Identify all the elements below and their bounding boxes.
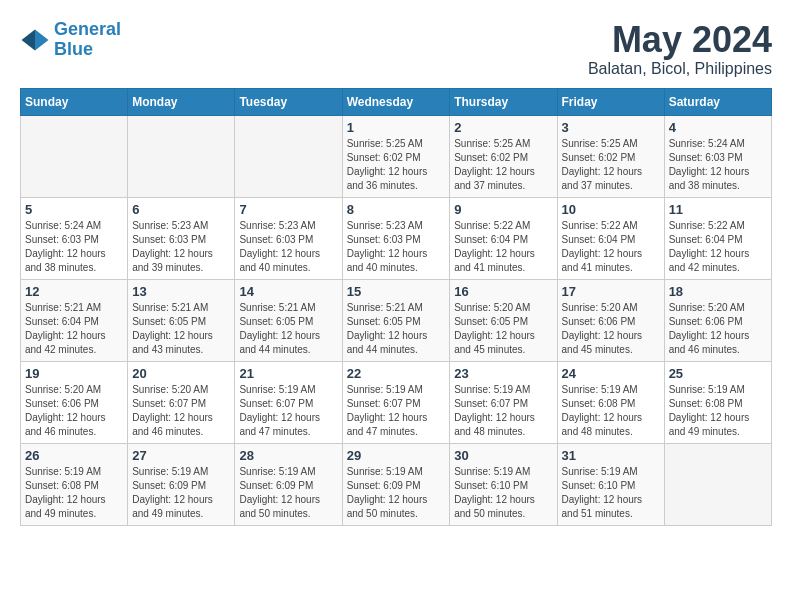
logo-icon [20,28,50,52]
day-info: Sunrise: 5:23 AM Sunset: 6:03 PM Dayligh… [239,219,337,275]
day-number: 16 [454,284,552,299]
day-info: Sunrise: 5:20 AM Sunset: 6:05 PM Dayligh… [454,301,552,357]
calendar-cell: 3Sunrise: 5:25 AM Sunset: 6:02 PM Daylig… [557,115,664,197]
day-info: Sunrise: 5:19 AM Sunset: 6:10 PM Dayligh… [562,465,660,521]
day-number: 13 [132,284,230,299]
calendar-cell: 10Sunrise: 5:22 AM Sunset: 6:04 PM Dayli… [557,197,664,279]
day-info: Sunrise: 5:22 AM Sunset: 6:04 PM Dayligh… [562,219,660,275]
day-info: Sunrise: 5:19 AM Sunset: 6:09 PM Dayligh… [347,465,446,521]
calendar-cell: 13Sunrise: 5:21 AM Sunset: 6:05 PM Dayli… [128,279,235,361]
day-info: Sunrise: 5:23 AM Sunset: 6:03 PM Dayligh… [132,219,230,275]
day-info: Sunrise: 5:21 AM Sunset: 6:05 PM Dayligh… [347,301,446,357]
calendar-cell: 30Sunrise: 5:19 AM Sunset: 6:10 PM Dayli… [450,443,557,525]
header-cell: Friday [557,88,664,115]
calendar-cell: 23Sunrise: 5:19 AM Sunset: 6:07 PM Dayli… [450,361,557,443]
day-number: 4 [669,120,767,135]
header-cell: Wednesday [342,88,450,115]
header-cell: Saturday [664,88,771,115]
day-info: Sunrise: 5:19 AM Sunset: 6:07 PM Dayligh… [347,383,446,439]
calendar-row: 1Sunrise: 5:25 AM Sunset: 6:02 PM Daylig… [21,115,772,197]
day-info: Sunrise: 5:19 AM Sunset: 6:08 PM Dayligh… [669,383,767,439]
day-info: Sunrise: 5:22 AM Sunset: 6:04 PM Dayligh… [669,219,767,275]
calendar-cell: 11Sunrise: 5:22 AM Sunset: 6:04 PM Dayli… [664,197,771,279]
day-info: Sunrise: 5:24 AM Sunset: 6:03 PM Dayligh… [669,137,767,193]
day-info: Sunrise: 5:20 AM Sunset: 6:06 PM Dayligh… [25,383,123,439]
logo-line2: Blue [54,39,93,59]
day-number: 12 [25,284,123,299]
calendar-cell: 5Sunrise: 5:24 AM Sunset: 6:03 PM Daylig… [21,197,128,279]
header-cell: Monday [128,88,235,115]
day-info: Sunrise: 5:25 AM Sunset: 6:02 PM Dayligh… [454,137,552,193]
day-info: Sunrise: 5:19 AM Sunset: 6:08 PM Dayligh… [25,465,123,521]
calendar-cell: 1Sunrise: 5:25 AM Sunset: 6:02 PM Daylig… [342,115,450,197]
location: Balatan, Bicol, Philippines [588,60,772,78]
day-number: 17 [562,284,660,299]
svg-marker-1 [22,29,36,50]
day-number: 6 [132,202,230,217]
day-info: Sunrise: 5:21 AM Sunset: 6:05 PM Dayligh… [132,301,230,357]
day-number: 31 [562,448,660,463]
day-number: 29 [347,448,446,463]
day-number: 28 [239,448,337,463]
day-number: 5 [25,202,123,217]
calendar-cell [21,115,128,197]
day-info: Sunrise: 5:21 AM Sunset: 6:04 PM Dayligh… [25,301,123,357]
calendar-cell: 8Sunrise: 5:23 AM Sunset: 6:03 PM Daylig… [342,197,450,279]
calendar-cell: 15Sunrise: 5:21 AM Sunset: 6:05 PM Dayli… [342,279,450,361]
header-cell: Sunday [21,88,128,115]
day-info: Sunrise: 5:20 AM Sunset: 6:07 PM Dayligh… [132,383,230,439]
calendar-row: 5Sunrise: 5:24 AM Sunset: 6:03 PM Daylig… [21,197,772,279]
header-row: SundayMondayTuesdayWednesdayThursdayFrid… [21,88,772,115]
calendar-cell: 18Sunrise: 5:20 AM Sunset: 6:06 PM Dayli… [664,279,771,361]
day-number: 23 [454,366,552,381]
calendar-cell: 20Sunrise: 5:20 AM Sunset: 6:07 PM Dayli… [128,361,235,443]
day-number: 21 [239,366,337,381]
page-header: General Blue May 2024 Balatan, Bicol, Ph… [20,20,772,78]
calendar-cell: 16Sunrise: 5:20 AM Sunset: 6:05 PM Dayli… [450,279,557,361]
logo-line1: General [54,19,121,39]
day-info: Sunrise: 5:22 AM Sunset: 6:04 PM Dayligh… [454,219,552,275]
calendar-cell: 28Sunrise: 5:19 AM Sunset: 6:09 PM Dayli… [235,443,342,525]
calendar-cell: 9Sunrise: 5:22 AM Sunset: 6:04 PM Daylig… [450,197,557,279]
day-info: Sunrise: 5:23 AM Sunset: 6:03 PM Dayligh… [347,219,446,275]
day-number: 10 [562,202,660,217]
calendar-row: 19Sunrise: 5:20 AM Sunset: 6:06 PM Dayli… [21,361,772,443]
calendar-cell: 19Sunrise: 5:20 AM Sunset: 6:06 PM Dayli… [21,361,128,443]
day-number: 8 [347,202,446,217]
calendar-cell: 14Sunrise: 5:21 AM Sunset: 6:05 PM Dayli… [235,279,342,361]
calendar-cell: 2Sunrise: 5:25 AM Sunset: 6:02 PM Daylig… [450,115,557,197]
calendar-cell: 27Sunrise: 5:19 AM Sunset: 6:09 PM Dayli… [128,443,235,525]
day-number: 22 [347,366,446,381]
calendar-cell: 24Sunrise: 5:19 AM Sunset: 6:08 PM Dayli… [557,361,664,443]
day-number: 30 [454,448,552,463]
day-number: 15 [347,284,446,299]
day-number: 24 [562,366,660,381]
header-cell: Thursday [450,88,557,115]
day-info: Sunrise: 5:21 AM Sunset: 6:05 PM Dayligh… [239,301,337,357]
calendar-cell: 12Sunrise: 5:21 AM Sunset: 6:04 PM Dayli… [21,279,128,361]
month-title: May 2024 [588,20,772,60]
calendar-cell: 26Sunrise: 5:19 AM Sunset: 6:08 PM Dayli… [21,443,128,525]
day-number: 25 [669,366,767,381]
day-info: Sunrise: 5:19 AM Sunset: 6:09 PM Dayligh… [239,465,337,521]
calendar-cell: 17Sunrise: 5:20 AM Sunset: 6:06 PM Dayli… [557,279,664,361]
day-number: 20 [132,366,230,381]
day-info: Sunrise: 5:20 AM Sunset: 6:06 PM Dayligh… [669,301,767,357]
day-number: 26 [25,448,123,463]
logo: General Blue [20,20,121,60]
calendar-cell [128,115,235,197]
day-info: Sunrise: 5:19 AM Sunset: 6:10 PM Dayligh… [454,465,552,521]
calendar-cell: 22Sunrise: 5:19 AM Sunset: 6:07 PM Dayli… [342,361,450,443]
day-info: Sunrise: 5:19 AM Sunset: 6:07 PM Dayligh… [239,383,337,439]
day-info: Sunrise: 5:25 AM Sunset: 6:02 PM Dayligh… [562,137,660,193]
day-info: Sunrise: 5:19 AM Sunset: 6:08 PM Dayligh… [562,383,660,439]
day-number: 1 [347,120,446,135]
day-number: 9 [454,202,552,217]
calendar-cell: 7Sunrise: 5:23 AM Sunset: 6:03 PM Daylig… [235,197,342,279]
day-number: 3 [562,120,660,135]
day-info: Sunrise: 5:24 AM Sunset: 6:03 PM Dayligh… [25,219,123,275]
header-cell: Tuesday [235,88,342,115]
title-area: May 2024 Balatan, Bicol, Philippines [588,20,772,78]
calendar-cell: 6Sunrise: 5:23 AM Sunset: 6:03 PM Daylig… [128,197,235,279]
calendar-row: 26Sunrise: 5:19 AM Sunset: 6:08 PM Dayli… [21,443,772,525]
